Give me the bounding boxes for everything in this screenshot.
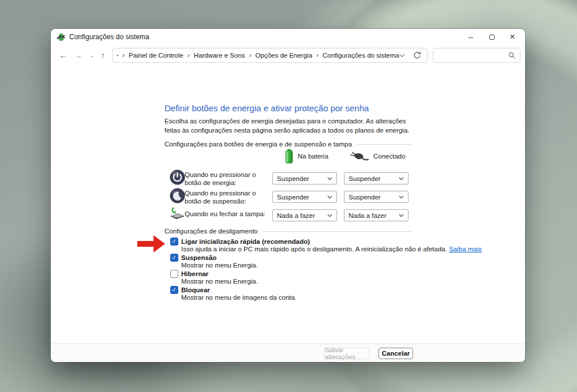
chevron-down-icon	[327, 214, 332, 217]
check-icon: ✓	[172, 255, 177, 261]
page-title: Definir botões de energia e ativar prote…	[164, 103, 369, 113]
checkbox-hibernate-label[interactable]: Hibernar	[181, 270, 208, 277]
power-options-icon	[57, 33, 65, 42]
battery-icon	[285, 149, 293, 164]
dropdown-sleep-button-battery[interactable]: Suspender	[272, 191, 337, 203]
fast-startup-description-text: Isso ajuda a iniciar o PC mais rápido ap…	[181, 246, 447, 252]
breadcrumb-separator: ›	[249, 51, 252, 59]
forward-button[interactable]: →	[74, 51, 83, 60]
column-on-battery: Na bateria	[285, 149, 328, 164]
up-button[interactable]: ↑	[101, 51, 105, 60]
dropdown-close-lid-plugged[interactable]: Nada a fazer	[344, 209, 409, 221]
close-button[interactable]: ×	[502, 29, 523, 45]
row-sleep-button-label: Quando eu pressionar o botão de suspensã…	[185, 189, 272, 205]
breadcrumb-item-system-settings[interactable]: Configurações do sistema	[323, 52, 399, 59]
check-icon: ✓	[172, 239, 177, 244]
toolbar: ← → ⌄ ↑ › Painel de Controle › Hardware …	[51, 45, 525, 66]
breadcrumb-separator: ›	[122, 51, 125, 59]
checkbox-sleep-label[interactable]: Suspensão	[181, 254, 216, 261]
minimize-icon: –	[469, 32, 473, 42]
dropdown-power-button-battery[interactable]: Suspender	[272, 172, 337, 184]
minimize-button[interactable]: –	[460, 29, 481, 45]
power-options-icon	[117, 51, 118, 59]
search-icon	[508, 52, 515, 59]
back-button[interactable]: ←	[59, 51, 67, 60]
hibernate-description: Mostrar no menu Energia.	[181, 278, 258, 285]
maximize-button[interactable]	[481, 29, 502, 45]
divider	[263, 231, 411, 232]
titlebar: Configurações do sistema – ×	[51, 29, 525, 45]
divider	[357, 144, 411, 145]
dropdown-sleep-button-plugged[interactable]: Suspender	[344, 191, 409, 203]
checkbox-lock-label[interactable]: Bloquear	[181, 287, 210, 293]
column-plugged-in-label: Conectado	[373, 153, 406, 160]
close-lid-icon	[168, 206, 186, 221]
checkbox-fast-startup[interactable]: ✓	[170, 238, 178, 246]
sleep-description: Mostrar no menu Energia.	[181, 262, 258, 269]
chevron-down-icon	[399, 214, 404, 217]
group-shutdown-settings-title: Configurações de desligamento	[164, 228, 258, 235]
group-power-buttons: Configurações para botões de energia e d…	[164, 141, 411, 148]
system-settings-window: Configurações do sistema – × ← → ⌄ ↑ › P…	[51, 29, 525, 362]
dropdown-value: Suspender	[349, 175, 381, 182]
sleep-button-icon	[170, 188, 185, 203]
dropdown-power-button-plugged[interactable]: Suspender	[344, 172, 409, 184]
breadcrumb-item-power-options[interactable]: Opções de Energia	[256, 52, 312, 59]
arrow-head	[153, 235, 165, 252]
chevron-down-icon	[327, 177, 332, 180]
checkbox-lock[interactable]: ✓	[170, 286, 178, 294]
chevron-down-icon	[327, 195, 332, 199]
search-input[interactable]	[438, 52, 508, 59]
checkbox-fast-startup-label[interactable]: Ligar inicialização rápida (recomendado)	[181, 238, 310, 245]
learn-more-link[interactable]: Saiba mais	[449, 246, 482, 252]
fast-startup-description: Isso ajuda a iniciar o PC mais rápido ap…	[181, 246, 482, 252]
row-close-lid-label: Quando eu fechar a tampa:	[185, 210, 272, 218]
search-box[interactable]	[433, 48, 520, 63]
chevron-down-icon	[399, 195, 404, 199]
breadcrumb-item-hardware-sound[interactable]: Hardware e Sons	[194, 52, 245, 59]
breadcrumb-separator: ›	[188, 51, 190, 59]
maximize-icon	[489, 35, 494, 40]
breadcrumb-item-control-panel[interactable]: Painel de Controle	[129, 52, 183, 59]
checkbox-sleep[interactable]: ✓	[170, 254, 178, 262]
cancel-button[interactable]: Cancelar	[379, 348, 413, 359]
group-power-buttons-title: Configurações para botões de energia e d…	[164, 141, 352, 148]
footer-bar: Salvar alterações Cancelar	[51, 344, 525, 362]
breadcrumb-separator: ›	[316, 51, 319, 59]
recent-pages-caret[interactable]: ⌄	[89, 52, 94, 58]
intro-text: Escolha as configurações de energia dese…	[164, 116, 415, 135]
address-dropdown-icon[interactable]	[399, 54, 405, 58]
row-power-button-label: Quando eu pressionar o botão de energia:	[185, 171, 272, 187]
group-shutdown-settings: Configurações de desligamento	[164, 228, 411, 235]
window-title: Configurações do sistema	[69, 33, 149, 41]
dropdown-close-lid-battery[interactable]: Nada a fazer	[272, 209, 337, 221]
checkbox-hibernate[interactable]: ✓	[170, 270, 178, 278]
dropdown-value: Nada a fazer	[349, 212, 387, 219]
arrow-shaft	[137, 241, 155, 247]
column-plugged-in: Conectado	[349, 151, 406, 161]
red-annotation-arrow	[137, 235, 166, 252]
dropdown-value: Suspender	[277, 175, 309, 182]
close-icon: ×	[509, 32, 515, 42]
column-on-battery-label: Na bateria	[298, 153, 328, 160]
check-icon: ✓	[172, 287, 177, 293]
dropdown-value: Suspender	[349, 194, 381, 201]
lock-description: Mostrar no menu de imagens da conta.	[181, 294, 297, 301]
page-content: Definir botões de energia e ativar prote…	[51, 66, 525, 344]
save-changes-button[interactable]: Salvar alterações	[324, 348, 369, 359]
address-bar[interactable]: › Painel de Controle › Hardware e Sons ›…	[113, 48, 428, 63]
chevron-down-icon	[399, 177, 404, 180]
refresh-icon[interactable]	[413, 51, 421, 59]
plug-icon	[349, 151, 369, 161]
power-button-icon	[170, 169, 185, 185]
dropdown-value: Nada a fazer	[277, 212, 315, 219]
dropdown-value: Suspender	[277, 194, 309, 201]
